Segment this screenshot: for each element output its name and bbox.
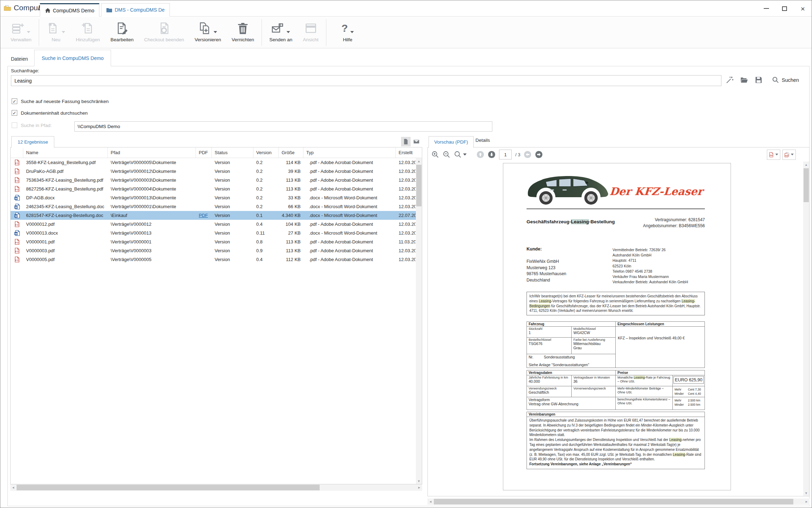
ribbon-bearbeiten-button[interactable]: Bearbeiten [105,17,139,48]
scrollbar-thumb[interactable] [434,499,793,504]
search-button[interactable]: Suchen [772,76,799,84]
table-row[interactable]: P7536345-KFZ-Leasing_Bestellung.pdf\Vert… [11,176,422,185]
table-row[interactable]: W6281547-KFZ-Leasing-Bestellung.doc\Eink… [11,211,422,220]
ribbon-verwalten-button[interactable]: Verwalten [5,17,37,48]
table-row[interactable]: PV0000012.pdf\Verträge\V0000012Version0.… [11,220,422,229]
scroll-down-icon[interactable]: ▼ [416,478,422,484]
ribbon-hilfe-button[interactable]: ?Hilfe [336,17,359,48]
file-created: 12.03.20 [396,204,416,209]
column-header-name[interactable]: Name [23,147,108,158]
open-search-button[interactable] [740,76,748,84]
checkbox-latest-version[interactable]: ✓Suche auf neueste Fassung beschränken [12,98,109,104]
column-header-pdf[interactable]: PDF [196,147,212,158]
magnifier-icon [454,151,462,158]
table-row[interactable]: PV0000005.pdf\Verträge\V0000005Version0.… [11,255,422,264]
minimize-button[interactable] [761,4,771,13]
close-button[interactable]: × [798,4,808,13]
ribbon-vernichten-button[interactable]: Vernichten [226,17,259,48]
ribbon-checkout-beenden-button[interactable]: Checkout beenden [139,17,189,48]
new-doc-icon [47,22,59,35]
tab-vorschau-pdf[interactable]: Vorschau (PDF) [429,136,474,148]
dropdown-arrow-icon[interactable] [27,31,30,33]
tab-details[interactable]: Details [475,138,490,143]
scroll-right-icon[interactable]: ► [804,498,810,505]
header-divider [527,208,705,209]
column-header-version[interactable]: Version [253,147,279,158]
pdf-file-icon: P [14,248,20,254]
preview-vertical-scrollbar[interactable]: ▲ ▼ [803,162,809,496]
tab-dateien[interactable]: Dateien [7,56,34,66]
search-input[interactable] [11,75,721,86]
column-header-typ[interactable]: Typ [303,147,396,158]
table-row[interactable]: WV0000013.docx\Verträge\V0000013Version0… [11,229,422,237]
previous-view-button[interactable] [524,151,531,158]
column-header-pfad[interactable]: Pfad [108,147,196,158]
ribbon-neu-button[interactable]: Neu [41,17,70,48]
column-header-status[interactable]: Status [212,147,253,158]
dropdown-arrow-icon[interactable] [62,31,65,33]
zoom-out-button[interactable] [443,151,450,158]
tab-compudms-demo[interactable]: CompuDMS Demo [40,3,99,17]
preview-horizontal-scrollbar[interactable]: ◄ ► [427,498,810,505]
results-horizontal-scrollbar[interactable]: ◄ ► [10,484,422,491]
table-row[interactable]: P8627256-KFZ-Leasing_Bestellung.pdf\Vert… [11,185,422,193]
dropdown-arrow-icon[interactable] [350,31,354,33]
file-version: 0.4 [253,257,279,262]
checkbox-search-path[interactable]: Suche in Pfad: [12,122,52,128]
scrollbar-thumb[interactable] [416,165,422,206]
file-size: 114 KB [279,160,303,165]
search-path-input[interactable] [74,121,492,132]
dropdown-arrow-icon[interactable] [214,31,217,33]
scroll-up-icon[interactable]: ▲ [416,158,422,164]
file-created: 12.03.20 [396,257,416,262]
file-type: .docx - Microsoft Word-Dokument [303,230,396,236]
zoom-in-button[interactable] [431,151,439,158]
next-view-button[interactable] [535,151,543,158]
table-row[interactable]: WDP-AGB.docx\Verträge\V0000013\Dokumente… [11,193,422,202]
column-header-erstellt[interactable]: Erstellt [396,147,416,158]
dropdown-arrow-icon[interactable] [287,31,290,33]
ribbon-senden-an-button[interactable]: Senden an [264,17,297,48]
scroll-up-icon[interactable]: ▲ [803,162,809,168]
magic-wand-button[interactable] [726,76,734,84]
pdf-preview-viewport[interactable]: Der KFZ-Leaser Geschäftsfahrzeug-Leasing… [428,162,804,496]
tab-suche[interactable]: Suche in CompuDMS Demo [34,50,111,66]
pdf-link[interactable]: PDF [199,213,208,218]
column-header-groesse[interactable]: Größe [279,147,303,158]
pdf-file-icon: P [14,256,20,262]
table-row[interactable]: W2462345-KFZ-Leasing_Bestellung.doc\Vert… [11,202,422,211]
scrollbar-thumb[interactable] [17,485,320,490]
save-search-button[interactable] [755,76,763,84]
scrollbar-thumb[interactable] [804,168,809,202]
ribbon-ansicht-button[interactable]: Ansicht [297,17,324,48]
file-size: 113 KB [279,177,303,183]
scroll-down-page-button[interactable] [488,151,496,158]
document-view-button[interactable] [401,137,411,146]
tab-dms-compudms[interactable]: DMS - CompuDMS De [101,3,170,17]
table-row[interactable]: P3558-KFZ-Leasing_Bestellung.pdf\Verträg… [11,158,422,167]
export-pdf-button[interactable]: PDF [767,150,780,160]
file-type: .pdf - Adobe Acrobat-Dokument [303,160,396,165]
email-view-button[interactable] [412,137,421,146]
send-icon [271,22,284,35]
file-path: \Verträge\V0000012 [108,222,196,227]
ribbon-versionieren-button[interactable]: Versionieren [189,17,226,48]
results-vertical-scrollbar[interactable]: ▲ ▼ [416,158,422,484]
maximize-button[interactable] [779,4,790,13]
page-number-input[interactable] [499,150,512,159]
zoom-menu-button[interactable] [454,151,467,158]
table-row[interactable]: PV0000003.pdf\Verträge\V0000003Version0.… [11,246,422,255]
export-pdf-copy-button[interactable]: PDF [782,150,796,160]
scroll-up-page-button[interactable] [476,151,484,158]
scroll-down-icon[interactable]: ▼ [803,490,809,496]
scroll-right-icon[interactable]: ► [416,484,422,491]
table-row[interactable]: PDruPaKo-AGB.pdf\Verträge\V0000012\Dokum… [11,167,422,176]
table-row[interactable]: PV0000001.pdf\Verträge\V0000001Version0.… [11,237,422,246]
results-count-tab[interactable]: 12 Ergebnisse [11,136,54,148]
ribbon-hinzufügen-button[interactable]: Hinzufügen [70,17,105,48]
file-status: Version [212,195,253,200]
file-version: 0.1 [253,213,279,218]
scroll-left-icon[interactable]: ◄ [427,498,433,505]
scroll-left-icon[interactable]: ◄ [10,484,16,491]
checkbox-content-search[interactable]: ✓Dokumenteninhalt durchsuchen [12,110,88,116]
